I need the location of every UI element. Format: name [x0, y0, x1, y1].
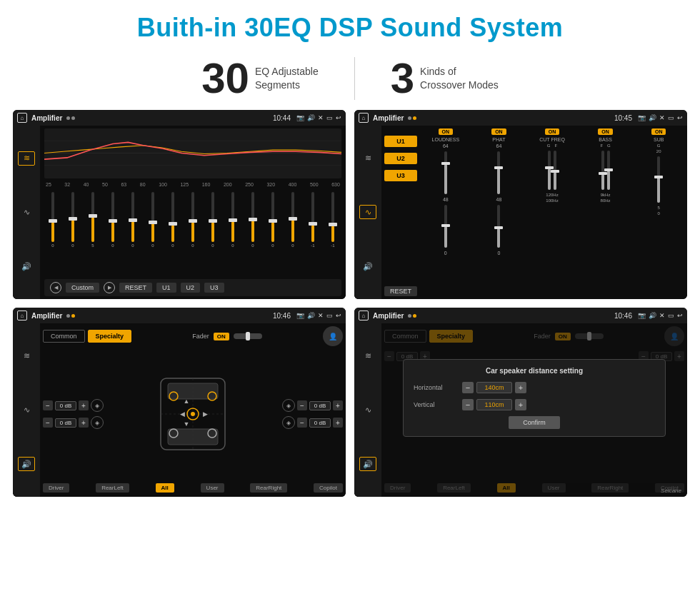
phat-on[interactable]: ON: [491, 128, 506, 135]
bass-on[interactable]: ON: [598, 128, 613, 135]
reset-crossover[interactable]: RESET: [384, 286, 417, 296]
rear-left-btn[interactable]: RearLeft: [96, 483, 129, 493]
slider-8[interactable]: 0: [184, 192, 201, 275]
status-bar-2: ⌂ Amplifier 10:45 📷 🔊 ✕ ▭ ↩: [354, 110, 687, 126]
common-tab-3[interactable]: Common: [43, 330, 85, 343]
fader-on-4[interactable]: ON: [555, 333, 571, 340]
specialty-tab-4[interactable]: Specialty: [429, 330, 474, 343]
vertical-plus[interactable]: +: [515, 399, 526, 410]
back-icon-1[interactable]: ↩: [336, 114, 341, 121]
specialty-top-row-4: Common Specialty Fader ON 👤: [384, 326, 684, 346]
slider-7[interactable]: 0: [164, 192, 181, 275]
slider-10[interactable]: 0: [224, 192, 241, 275]
loudness-slider2[interactable]: [444, 205, 447, 248]
plus-btn-1[interactable]: +: [79, 400, 89, 410]
horizontal-plus[interactable]: +: [515, 382, 526, 393]
slider-15[interactable]: -1: [324, 192, 341, 275]
vol-icon-4[interactable]: 🔊: [359, 457, 376, 471]
screen-content-1: ≋ ∿ 🔊: [13, 126, 346, 299]
wave-icon-2[interactable]: ∿: [359, 205, 376, 219]
cutfreq-on[interactable]: ON: [545, 128, 560, 135]
u1-btn-1[interactable]: U1: [156, 283, 176, 293]
reset-btn-1[interactable]: RESET: [119, 283, 152, 293]
back-icon-3[interactable]: ↩: [336, 312, 341, 319]
back-icon-4[interactable]: ↩: [677, 312, 683, 319]
slider-9[interactable]: 0: [204, 192, 221, 275]
bass-slider-f[interactable]: [601, 151, 604, 190]
prev-btn[interactable]: ◀: [50, 282, 61, 293]
bass-slider-g[interactable]: [607, 151, 610, 190]
sub-slider[interactable]: [657, 156, 660, 203]
slider-4[interactable]: 0: [104, 192, 121, 275]
home-icon-1[interactable]: ⌂: [17, 113, 27, 123]
eq-icon-1[interactable]: ≋: [18, 151, 35, 166]
minus-btn-5[interactable]: −: [384, 351, 394, 361]
minus-btn-2[interactable]: −: [43, 418, 53, 428]
fader-slider[interactable]: [234, 333, 262, 339]
plus-btn-4[interactable]: +: [333, 418, 343, 428]
slider-5[interactable]: 0: [124, 192, 141, 275]
rear-right-btn[interactable]: RearRight: [250, 483, 287, 493]
u2-btn-1[interactable]: U2: [181, 283, 201, 293]
all-btn-4[interactable]: All: [497, 483, 516, 493]
rear-right-btn-4[interactable]: RearRight: [591, 483, 629, 493]
eq-icon-3[interactable]: ≋: [18, 349, 35, 363]
minus-btn-3[interactable]: −: [297, 400, 307, 410]
copilot-btn[interactable]: Copilot: [314, 483, 343, 493]
all-btn[interactable]: All: [156, 483, 174, 493]
confirm-button[interactable]: Confirm: [509, 416, 560, 429]
user-btn[interactable]: User: [201, 483, 224, 493]
home-icon-3[interactable]: ⌂: [17, 310, 27, 320]
loudness-slider[interactable]: [444, 151, 447, 194]
plus-btn-2[interactable]: +: [79, 418, 89, 428]
home-icon-2[interactable]: ⌂: [359, 113, 369, 123]
u2-crossover[interactable]: U2: [384, 153, 417, 164]
u3-btn-1[interactable]: U3: [204, 283, 224, 293]
wave-icon-4[interactable]: ∿: [359, 403, 376, 417]
vol-icon-2[interactable]: 🔊: [359, 259, 376, 273]
vertical-minus[interactable]: −: [462, 399, 474, 410]
slider-2[interactable]: 0: [64, 192, 81, 275]
plus-btn-6[interactable]: +: [674, 351, 684, 361]
driver-btn[interactable]: Driver: [43, 483, 69, 493]
minus-btn-1[interactable]: −: [43, 400, 53, 410]
slider-11[interactable]: 0: [244, 192, 261, 275]
slider-6[interactable]: 0: [144, 192, 161, 275]
phat-slider[interactable]: [497, 151, 500, 194]
vol-icon-3[interactable]: 🔊: [18, 457, 35, 471]
loudness-on[interactable]: ON: [439, 128, 454, 135]
next-btn[interactable]: ▶: [104, 282, 115, 293]
vol-icon-1[interactable]: 🔊: [18, 259, 35, 273]
minus-btn-4[interactable]: −: [297, 418, 307, 428]
phat-slider2[interactable]: [497, 205, 500, 248]
fader-slider-4[interactable]: [575, 333, 604, 339]
horizontal-minus[interactable]: −: [462, 382, 474, 393]
slider-1[interactable]: 0: [44, 192, 61, 275]
home-icon-4[interactable]: ⌂: [359, 310, 369, 320]
status-icons-4: 📷 🔊 ✕ ▭ ↩: [638, 312, 683, 319]
driver-btn-4[interactable]: Driver: [384, 483, 411, 493]
car-svg: ▲ ▼ ◀ ▶: [146, 368, 239, 460]
fader-on[interactable]: ON: [214, 333, 229, 340]
wave-icon-1[interactable]: ∿: [18, 205, 35, 219]
u3-crossover[interactable]: U3: [384, 170, 417, 181]
eq-icon-2[interactable]: ≋: [359, 151, 376, 166]
slider-14[interactable]: -1: [304, 192, 321, 275]
custom-btn[interactable]: Custom: [66, 283, 99, 293]
eq-icon-4[interactable]: ≋: [359, 349, 376, 363]
slider-13[interactable]: 0: [284, 192, 301, 275]
back-icon-2[interactable]: ↩: [677, 114, 683, 121]
person-icon-3: 👤: [323, 326, 343, 346]
sub-on[interactable]: ON: [651, 128, 666, 135]
user-btn-4[interactable]: User: [542, 483, 566, 493]
cutfreq-slider-f[interactable]: [554, 151, 556, 190]
slider-12[interactable]: 0: [264, 192, 281, 275]
specialty-tab-3[interactable]: Specialty: [88, 330, 132, 343]
wave-icon-3[interactable]: ∿: [18, 403, 35, 417]
db-val-1: 0 dB: [55, 401, 76, 410]
common-tab-4[interactable]: Common: [384, 330, 426, 343]
u1-crossover[interactable]: U1: [384, 136, 417, 147]
plus-btn-3[interactable]: +: [333, 400, 343, 410]
slider-3[interactable]: 5: [84, 192, 101, 275]
rear-left-btn-4[interactable]: RearLeft: [437, 483, 471, 493]
